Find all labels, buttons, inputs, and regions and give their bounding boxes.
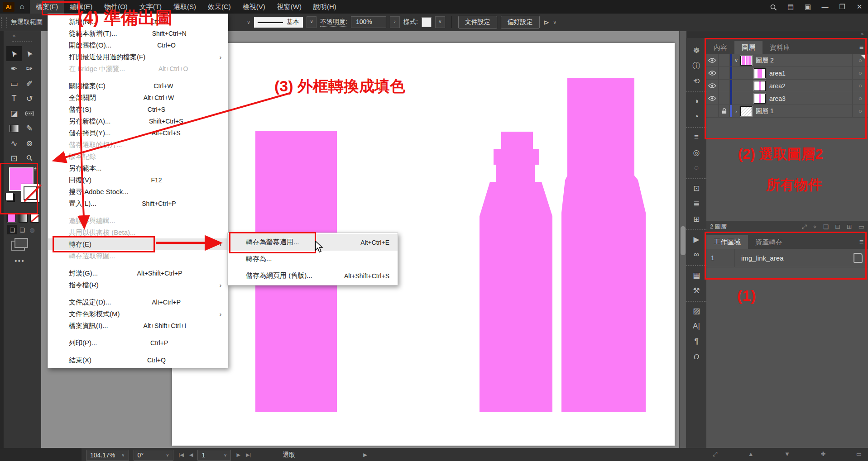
new-sublayer-icon[interactable]: ⊟ — [835, 223, 840, 231]
opacity-input[interactable]: 100% — [351, 16, 386, 28]
lock-toggle[interactable] — [719, 54, 730, 67]
draw-behind-icon[interactable]: ❏ — [17, 225, 27, 234]
color-button[interactable] — [7, 214, 16, 223]
file-menu-item[interactable]: 開啟舊檔(O)... Ctrl+O — [48, 39, 228, 51]
pen-tool-icon[interactable]: ✒ — [6, 61, 22, 76]
change-screen-mode-icon[interactable] — [14, 238, 28, 248]
visibility-toggle[interactable] — [706, 92, 719, 105]
rotate-tool-icon[interactable]: ↺ — [22, 91, 37, 106]
file-menu-item[interactable] — [48, 209, 228, 215]
layer-name[interactable]: area3 — [769, 95, 786, 102]
menubar-item[interactable]: 視窗(W) — [271, 0, 307, 14]
gradient-tool-icon[interactable] — [6, 121, 22, 136]
character-panel-icon[interactable]: A| — [686, 319, 706, 333]
paragraph-panel-icon[interactable]: ¶ — [686, 335, 706, 348]
layer-row[interactable]: ∨ 圖層 2 ○ — [706, 54, 868, 67]
panel-grip[interactable] — [12, 41, 32, 42]
menubar-item[interactable]: 檔案(F) — [30, 0, 64, 14]
file-menu-item[interactable]: 共用以供審核 (Beta)... — [48, 227, 228, 238]
menubar-item[interactable]: 檢視(V) — [237, 0, 271, 14]
artboard-name[interactable]: img_link_area — [735, 254, 783, 262]
color-panel-icon[interactable]: ◑ — [686, 91, 706, 108]
zoom-level-select[interactable]: 104.17%∨ — [86, 450, 129, 461]
file-menu-item[interactable]: 列印(P)... Ctrl+P — [48, 337, 228, 349]
lock-toggle[interactable] — [719, 80, 730, 92]
tab-properties[interactable]: 內容 — [706, 41, 734, 54]
file-menu-item[interactable]: 結束(X) Ctrl+Q — [48, 354, 228, 366]
artboard-tool-icon[interactable]: ⊡ — [6, 151, 22, 166]
collapse-panel-icon[interactable]: ⤢ — [713, 451, 717, 458]
selection-tool-icon[interactable]: ➤ — [6, 46, 22, 61]
artboard-row[interactable]: 1 img_link_area — [706, 249, 868, 267]
eraser-tool-icon[interactable]: ◪ — [6, 106, 22, 121]
stroke-style-chevron[interactable]: ∨ — [307, 16, 317, 28]
locate-object-icon[interactable]: ⌖ — [813, 223, 817, 231]
file-menu-item[interactable]: 指令檔(R) › — [48, 279, 228, 291]
new-layer-icon[interactable]: ⊞ — [847, 223, 852, 231]
lock-toggle[interactable] — [719, 67, 730, 79]
layer-thumbnail[interactable] — [754, 94, 766, 104]
file-menu-item[interactable]: 在 Bridge 中瀏覽... Alt+Ctrl+O — [48, 63, 228, 75]
visibility-toggle[interactable] — [706, 54, 719, 67]
panel-menu-icon[interactable]: ≡ — [859, 41, 863, 54]
panel-menu-icon[interactable]: ≡ — [859, 235, 863, 249]
target-circle[interactable]: ○ — [852, 92, 868, 105]
export-as-item[interactable]: 轉存為... — [228, 251, 398, 267]
target-circle[interactable]: ○ — [852, 67, 868, 79]
tab-layers[interactable]: 圖層 — [734, 41, 762, 54]
none-button[interactable] — [30, 214, 39, 223]
selection-tool-indicator-icon[interactable]: ⊳ — [543, 18, 549, 27]
file-menu-item[interactable]: 儲存選取的切片... — [48, 139, 228, 151]
arrange-documents-icon[interactable]: ▣ — [799, 0, 816, 14]
layer-thumbnail[interactable] — [740, 56, 752, 66]
transparency-panel-icon[interactable]: ◎ — [686, 146, 706, 159]
pathfinder-panel-icon[interactable]: ⊞ — [686, 212, 706, 226]
collect-for-export-icon[interactable]: ⤢ — [802, 223, 807, 231]
next-artboard-button[interactable]: ▶ — [236, 452, 240, 458]
document-setup-button[interactable]: 文件設定 — [458, 16, 497, 29]
layer-thumbnail[interactable] — [740, 106, 752, 116]
lock-icon[interactable] — [719, 105, 730, 117]
layer-row[interactable]: area3 ○ — [706, 92, 868, 105]
tab-libraries[interactable]: 資料庫 — [762, 41, 797, 54]
export-for-screens-item[interactable]: 轉存為螢幕適用... Alt+Ctrl+E — [228, 234, 398, 251]
file-menu-item[interactable]: 另存範本... — [48, 162, 228, 174]
properties-panel-icon[interactable]: ☸ — [686, 43, 706, 57]
rotation-select[interactable]: 0°∨ — [134, 450, 173, 461]
visibility-toggle[interactable] — [706, 67, 719, 79]
file-menu-item[interactable]: 轉存(E) › — [48, 238, 228, 250]
move-down-icon[interactable]: ▼ — [784, 451, 790, 458]
actions-panel-icon[interactable]: ▶ — [686, 229, 706, 246]
opacity-more-button[interactable]: › — [390, 16, 400, 28]
eyedropper-tool-icon[interactable]: ✎ — [22, 121, 37, 136]
file-menu-item[interactable] — [48, 349, 228, 354]
curvature-tool-icon[interactable]: ✑ — [22, 61, 37, 76]
navigator-panel-icon[interactable]: ▦ — [686, 265, 706, 282]
width-tool-icon[interactable]: ∿ — [6, 136, 22, 151]
stroke-panel-icon[interactable]: ≡ — [686, 127, 706, 144]
links-panel-icon[interactable]: ∞ — [686, 248, 706, 261]
file-menu-item[interactable]: 儲存(S) Ctrl+S — [48, 104, 228, 115]
artboards-panel-icon[interactable]: ⊡ — [686, 178, 706, 195]
tab-artboards[interactable]: 工作區域 — [706, 235, 748, 249]
preferences-button[interactable]: 偏好設定 — [501, 16, 540, 29]
version-history-panel-icon[interactable]: ⟲ — [686, 74, 706, 88]
layer-name[interactable]: 圖層 2 — [756, 57, 774, 65]
style-swatch[interactable] — [422, 17, 432, 27]
comment-tool-icon[interactable]: ⋯ — [22, 106, 37, 121]
file-menu-item[interactable]: 置入(L)... Shift+Ctrl+P — [48, 198, 228, 209]
stroke-color-swatch[interactable] — [21, 184, 40, 203]
layer-row[interactable]: area2 ○ — [706, 80, 868, 92]
align-panel-icon[interactable]: ≣ — [686, 197, 706, 210]
visibility-toggle[interactable] — [706, 105, 719, 117]
gradient-annotator-panel-icon[interactable]: ▨ — [686, 301, 706, 318]
close-button[interactable]: ✕ — [851, 0, 868, 14]
file-menu-item[interactable]: 轉存選取範圍... — [48, 250, 228, 262]
file-menu-item[interactable]: 文件色彩模式(M) › — [48, 308, 228, 320]
layer-row[interactable]: area1 ○ — [706, 67, 868, 80]
panel-grip[interactable] — [1, 17, 7, 28]
file-menu-item[interactable]: 回復(V) F12 — [48, 174, 228, 186]
minimize-button[interactable]: — — [816, 0, 834, 14]
file-menu-item[interactable]: 邀請參與編輯... — [48, 215, 228, 227]
file-menu-item[interactable]: 搜尋 Adobe Stock... — [48, 186, 228, 198]
